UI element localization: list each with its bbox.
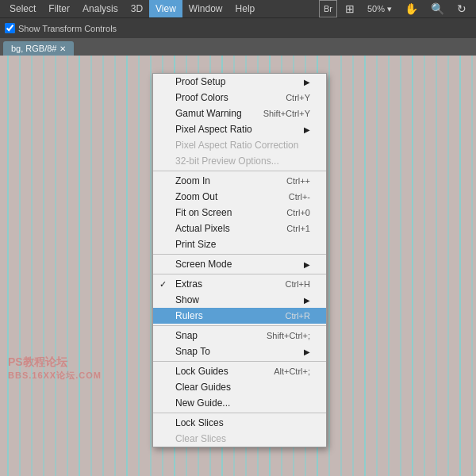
menu-item-zoom-out[interactable]: Zoom Out Ctrl+-: [153, 189, 326, 205]
shortcut-label: Ctrl+-: [289, 192, 310, 202]
separator: [153, 325, 326, 326]
separator: [153, 361, 326, 362]
menu-bar: Select Filter Analysis 3D View Window He…: [0, 0, 476, 17]
rotate-icon[interactable]: ↻: [451, 0, 473, 17]
menu-item-label: Snap: [175, 330, 198, 341]
menu-item-snap[interactable]: Snap Shift+Ctrl+;: [153, 328, 326, 344]
menu-item-proof-colors[interactable]: Proof Colors Ctrl+Y: [153, 90, 326, 106]
hand-icon[interactable]: ✋: [398, 0, 424, 17]
transform-controls-label: Show Transform Controls: [18, 24, 117, 33]
menu-item-lock-guides[interactable]: Lock Guides Alt+Ctrl+;: [153, 363, 326, 379]
shortcut-label: Alt+Ctrl+;: [274, 367, 310, 376]
menu-item-label: Lock Slices: [175, 417, 224, 428]
menu-item-clear-slices: Clear Slices: [153, 431, 326, 447]
menu-item-proof-setup[interactable]: Proof Setup ▶: [153, 74, 326, 90]
menu-item-label: Print Size: [175, 239, 216, 250]
shortcut-label: Ctrl+0: [286, 208, 310, 217]
search-icon[interactable]: 🔍: [424, 0, 451, 17]
menu-item-gamut-warning[interactable]: Gamut Warning Shift+Ctrl+Y: [153, 106, 326, 121]
submenu-arrow-icon: ▶: [304, 78, 310, 86]
options-toolbar: Show Transform Controls: [0, 17, 476, 38]
menu-item-label: Actual Pixels: [175, 223, 230, 234]
grid-icon[interactable]: ⊞: [339, 0, 361, 17]
menu-item-label: Zoom Out: [175, 191, 217, 202]
menu-view[interactable]: View: [149, 0, 182, 17]
menu-item-fit-on-screen[interactable]: Fit on Screen Ctrl+0: [153, 205, 326, 221]
menu-item-lock-slices[interactable]: Lock Slices: [153, 415, 326, 431]
menu-item-label: Proof Setup: [175, 76, 225, 87]
tab-bar: bg, RGB/8# ✕: [0, 38, 476, 56]
menu-item-actual-pixels[interactable]: Actual Pixels Ctrl+1: [153, 221, 326, 236]
menu-item-label: New Guide...: [175, 397, 230, 409]
transform-controls-checkbox[interactable]: [5, 23, 15, 33]
menu-item-label: Pixel Aspect Ratio Correction: [175, 140, 298, 151]
shortcut-label: Ctrl+Y: [286, 93, 310, 102]
menu-item-clear-guides[interactable]: Clear Guides: [153, 379, 326, 395]
separator: [153, 274, 326, 274]
shortcut-label: Shift+Ctrl+;: [267, 331, 310, 340]
shortcut-label: Ctrl++: [286, 176, 310, 186]
checkmark-icon: ✓: [159, 279, 167, 290]
menu-item-label: Clear Slices: [175, 433, 226, 444]
menu-item-extras[interactable]: ✓ Extras Ctrl+H: [153, 276, 326, 292]
menu-item-show[interactable]: Show ▶: [153, 292, 326, 308]
menu-item-pixel-aspect-ratio[interactable]: Pixel Aspect Ratio ▶: [153, 121, 326, 137]
submenu-arrow-icon: ▶: [304, 347, 310, 356]
view-dropdown-menu: Proof Setup ▶ Proof Colors Ctrl+Y Gamut …: [152, 73, 327, 447]
shortcut-label: Ctrl+R: [286, 311, 310, 321]
submenu-arrow-icon: ▶: [304, 125, 310, 134]
menu-item-zoom-in[interactable]: Zoom In Ctrl++: [153, 173, 326, 189]
tab-close-button[interactable]: ✕: [60, 44, 66, 53]
menu-item-pixel-aspect-ratio-correction: Pixel Aspect Ratio Correction: [153, 137, 326, 153]
menu-item-label: Snap To: [175, 346, 210, 357]
menu-item-label: Rulers: [175, 310, 203, 321]
menu-item-screen-mode[interactable]: Screen Mode ▶: [153, 256, 326, 272]
menu-item-label: Clear Guides: [175, 382, 231, 393]
submenu-arrow-icon: ▶: [304, 296, 310, 305]
separator: [153, 413, 326, 413]
menu-item-label: Zoom In: [175, 175, 210, 186]
menu-select[interactable]: Select: [3, 0, 42, 17]
menu-item-label: Gamut Warning: [175, 108, 242, 119]
menu-window[interactable]: Window: [182, 0, 229, 17]
menu-item-32bit-preview: 32-bit Preview Options...: [153, 153, 326, 169]
menu-filter[interactable]: Filter: [42, 0, 76, 17]
menu-item-label: Fit on Screen: [175, 207, 232, 218]
menu-item-label: Extras: [175, 278, 202, 290]
canvas-area: PS教程论坛 BBS.16XX论坛.COM Proof Setup ▶ Proo…: [0, 56, 476, 476]
shortcut-label: Shift+Ctrl+Y: [263, 109, 310, 118]
menu-item-rulers[interactable]: Rulers Ctrl+R: [153, 308, 326, 324]
separator: [153, 254, 326, 255]
shortcut-label: Ctrl+H: [286, 279, 310, 289]
menu-item-new-guide[interactable]: New Guide...: [153, 395, 326, 411]
separator: [153, 171, 326, 171]
menu-item-label: Pixel Aspect Ratio: [175, 124, 252, 135]
menu-item-label: Lock Guides: [175, 366, 228, 377]
menu-item-snap-to[interactable]: Snap To ▶: [153, 344, 326, 359]
menu-item-label: Show: [175, 294, 199, 305]
menu-3d[interactable]: 3D: [125, 0, 149, 17]
zoom-level[interactable]: 50% ▾: [361, 0, 398, 17]
br-button[interactable]: Br: [319, 0, 337, 17]
menu-item-print-size[interactable]: Print Size: [153, 236, 326, 252]
menu-item-label: Screen Mode: [175, 259, 232, 270]
menu-item-label: Proof Colors: [175, 92, 228, 103]
submenu-arrow-icon: ▶: [304, 260, 310, 269]
menu-analysis[interactable]: Analysis: [76, 0, 125, 17]
menu-item-label: 32-bit Preview Options...: [175, 155, 279, 167]
tab-label: bg, RGB/8#: [11, 44, 56, 53]
shortcut-label: Ctrl+1: [286, 224, 310, 233]
menu-help[interactable]: Help: [229, 0, 262, 17]
canvas-tab[interactable]: bg, RGB/8# ✕: [3, 41, 74, 56]
